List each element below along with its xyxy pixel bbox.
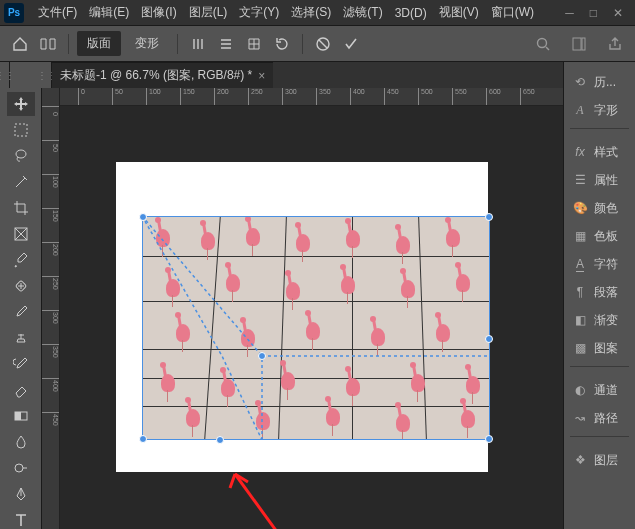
move-tool[interactable] bbox=[7, 92, 35, 116]
document-area: ⋮⋮ 未标题-1 @ 66.7% (图案, RGB/8#) * × 0 50 1… bbox=[42, 62, 563, 529]
properties-icon: ☰ bbox=[572, 172, 588, 188]
frame-tool[interactable] bbox=[7, 222, 35, 246]
panel-properties[interactable]: ☰属性 bbox=[564, 166, 635, 194]
history-icon: ⟲ bbox=[572, 74, 588, 90]
search-icon[interactable] bbox=[531, 32, 555, 56]
panel-styles[interactable]: fx样式 bbox=[564, 138, 635, 166]
window-maximize-icon[interactable]: □ bbox=[590, 6, 597, 20]
workspace-icon[interactable] bbox=[567, 32, 591, 56]
svg-point-1 bbox=[538, 38, 547, 47]
close-icon[interactable]: × bbox=[258, 69, 265, 83]
history-brush-tool[interactable] bbox=[7, 352, 35, 376]
swatches-icon: ▦ bbox=[572, 228, 588, 244]
transform-mode-icon[interactable] bbox=[36, 32, 60, 56]
menu-3d[interactable]: 3D(D) bbox=[389, 6, 433, 20]
perspective-handle[interactable] bbox=[258, 352, 266, 360]
menu-file[interactable]: 文件(F) bbox=[32, 4, 83, 21]
panel-color[interactable]: 🎨颜色 bbox=[564, 194, 635, 222]
ruler-vertical[interactable]: 0 50 100 150 200 250 300 350 400 450 bbox=[42, 88, 60, 529]
menu-edit[interactable]: 编辑(E) bbox=[83, 4, 135, 21]
pattern-icon: ▩ bbox=[572, 340, 588, 356]
window-minimize-icon[interactable]: ─ bbox=[565, 6, 574, 20]
panel-swatches[interactable]: ▦色板 bbox=[564, 222, 635, 250]
panel-character[interactable]: A字符 bbox=[564, 250, 635, 278]
menu-bar: Ps 文件(F) 编辑(E) 图像(I) 图层(L) 文字(Y) 选择(S) 滤… bbox=[0, 0, 635, 26]
menu-type[interactable]: 文字(Y) bbox=[233, 4, 285, 21]
tab-warp[interactable]: 变形 bbox=[125, 31, 169, 56]
document-tab[interactable]: 未标题-1 @ 66.7% (图案, RGB/8#) * × bbox=[52, 62, 273, 88]
document-tab-title: 未标题-1 @ 66.7% (图案, RGB/8#) * bbox=[60, 67, 252, 84]
window-close-icon[interactable]: ✕ bbox=[613, 6, 623, 20]
menu-select[interactable]: 选择(S) bbox=[285, 4, 337, 21]
align-rows-icon[interactable] bbox=[214, 32, 238, 56]
channels-icon: ◐ bbox=[572, 382, 588, 398]
healing-tool[interactable] bbox=[7, 274, 35, 298]
dodge-tool[interactable] bbox=[7, 456, 35, 480]
panel-pattern[interactable]: ▩图案 bbox=[564, 334, 635, 362]
magic-wand-tool[interactable] bbox=[7, 170, 35, 194]
eyedropper-tool[interactable] bbox=[7, 248, 35, 272]
svg-rect-3 bbox=[582, 38, 585, 50]
panel-layers[interactable]: ❖图层 bbox=[564, 446, 635, 474]
canvas[interactable] bbox=[60, 106, 563, 529]
panel-glyphs[interactable]: A字形 bbox=[564, 96, 635, 124]
svg-rect-4 bbox=[15, 124, 27, 136]
svg-rect-2 bbox=[573, 38, 581, 50]
panel-paragraph[interactable]: ¶段落 bbox=[564, 278, 635, 306]
paths-icon: ↝ bbox=[572, 410, 588, 426]
share-icon[interactable] bbox=[603, 32, 627, 56]
panel-grip-icon[interactable]: ⋮⋮ bbox=[42, 62, 52, 88]
app-logo: Ps bbox=[4, 3, 24, 23]
cancel-icon[interactable] bbox=[311, 32, 335, 56]
toolbox bbox=[0, 88, 42, 529]
menu-layer[interactable]: 图层(L) bbox=[183, 4, 234, 21]
commit-icon[interactable] bbox=[339, 32, 363, 56]
tab-layout[interactable]: 版面 bbox=[77, 31, 121, 56]
styles-icon: fx bbox=[572, 144, 588, 160]
character-icon: A bbox=[572, 256, 588, 272]
marquee-tool[interactable] bbox=[7, 118, 35, 142]
pen-tool[interactable] bbox=[7, 482, 35, 506]
reset-icon[interactable] bbox=[270, 32, 294, 56]
color-icon: 🎨 bbox=[572, 200, 588, 216]
ruler-horizontal[interactable]: 0 50 100 150 200 250 300 350 400 450 500… bbox=[60, 88, 563, 106]
paragraph-icon: ¶ bbox=[572, 284, 588, 300]
lasso-tool[interactable] bbox=[7, 144, 35, 168]
options-bar: 版面 变形 bbox=[0, 26, 635, 62]
gradient-tool[interactable] bbox=[7, 404, 35, 428]
grid-icon[interactable] bbox=[242, 32, 266, 56]
crop-tool[interactable] bbox=[7, 196, 35, 220]
perspective-handle[interactable] bbox=[216, 436, 224, 444]
glyphs-icon: A bbox=[572, 102, 588, 118]
panel-history[interactable]: ⟲历... bbox=[564, 68, 635, 96]
layers-icon: ❖ bbox=[572, 452, 588, 468]
panel-dock: ⟲历... A字形 fx样式 ☰属性 🎨颜色 ▦色板 A字符 ¶段落 ◧渐变 ▩… bbox=[563, 62, 635, 529]
svg-rect-9 bbox=[15, 412, 21, 420]
menu-filter[interactable]: 滤镜(T) bbox=[337, 4, 388, 21]
brush-tool[interactable] bbox=[7, 300, 35, 324]
annotation-arrow-icon bbox=[220, 466, 300, 529]
panel-channels[interactable]: ◐通道 bbox=[564, 376, 635, 404]
clone-stamp-tool[interactable] bbox=[7, 326, 35, 350]
menu-image[interactable]: 图像(I) bbox=[135, 4, 182, 21]
gradient-icon: ◧ bbox=[572, 312, 588, 328]
panel-paths[interactable]: ↝路径 bbox=[564, 404, 635, 432]
panel-grip-icon[interactable]: ⋮⋮ bbox=[0, 62, 10, 88]
home-icon[interactable] bbox=[8, 32, 32, 56]
pattern-image bbox=[142, 216, 490, 440]
blur-tool[interactable] bbox=[7, 430, 35, 454]
align-columns-icon[interactable] bbox=[186, 32, 210, 56]
svg-point-10 bbox=[15, 464, 23, 472]
type-tool[interactable] bbox=[7, 508, 35, 529]
eraser-tool[interactable] bbox=[7, 378, 35, 402]
menu-window[interactable]: 窗口(W) bbox=[485, 4, 540, 21]
menu-view[interactable]: 视图(V) bbox=[433, 4, 485, 21]
panel-gradient[interactable]: ◧渐变 bbox=[564, 306, 635, 334]
